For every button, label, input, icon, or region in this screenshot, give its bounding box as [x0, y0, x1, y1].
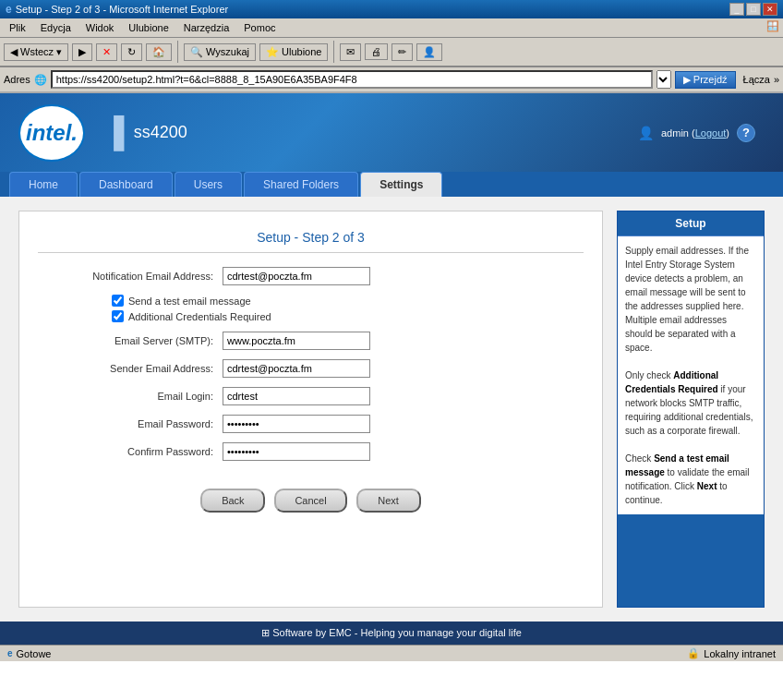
window-title-bar: e Setup - Step 2 of 3 - Microsoft Intern… — [0, 0, 783, 18]
back-arrow-icon: ◀ — [10, 46, 18, 58]
back-dropdown-icon[interactable]: ▾ — [56, 46, 62, 58]
next-button[interactable]: Next — [356, 489, 421, 513]
address-label: Adres — [4, 74, 30, 85]
additional-creds-group: Additional Credentials Required — [112, 310, 584, 322]
sender-input[interactable] — [223, 359, 370, 378]
form-area: Setup - Step 2 of 3 Notification Email A… — [18, 211, 603, 608]
refresh-button[interactable]: ↻ — [121, 43, 142, 61]
toolbar: ◀ Wstecz ▾ ▶ ✕ ↻ 🏠 🔍 Wyszukaj ⭐ Ulubione… — [0, 38, 783, 67]
address-bar: Adres 🌐 ▶ Przejdź Łącza » — [0, 67, 783, 93]
user-close-paren: ) — [726, 127, 729, 139]
footer-banner: ⊞ Software by EMC - Helping you manage y… — [0, 622, 783, 645]
print-icon: 🖨 — [371, 46, 381, 57]
links-expand-icon[interactable]: » — [774, 74, 779, 85]
tab-settings[interactable]: Settings — [360, 172, 442, 197]
refresh-icon: ↻ — [127, 46, 136, 58]
menu-plik[interactable]: Plik — [4, 20, 31, 35]
additional-creds-checkbox[interactable] — [112, 310, 124, 322]
status-text: Gotowe — [17, 648, 52, 659]
ie-flag-icon: 🪟 — [766, 20, 779, 35]
back-label: Wstecz — [20, 46, 54, 57]
window-controls[interactable]: _ □ ✕ — [729, 3, 777, 16]
back-button[interactable]: ◀ Wstecz ▾ — [4, 43, 68, 61]
additional-creds-label: Additional Credentials Required — [128, 311, 271, 322]
intel-logo-text: intel. — [26, 120, 78, 146]
maximize-button[interactable]: □ — [746, 3, 761, 16]
user-name-text: admin ( — [661, 127, 695, 139]
menu-ulubione[interactable]: Ulubione — [123, 20, 174, 35]
zone-label: Lokalny intranet — [704, 648, 776, 659]
sidebar: Setup Supply email addresses. If the Int… — [617, 211, 765, 608]
back-form-button[interactable]: Back — [200, 489, 265, 513]
login-label: Email Login: — [38, 391, 223, 402]
device-name: ss4200 — [134, 123, 187, 142]
notification-email-group: Notification Email Address: — [38, 267, 584, 285]
forward-arrow-icon: ▶ — [78, 46, 86, 58]
window-title-text: Setup - Step 2 of 3 - Microsoft Internet… — [16, 4, 229, 15]
menu-pomoc[interactable]: Pomoc — [238, 20, 281, 35]
close-button[interactable]: ✕ — [763, 3, 777, 16]
address-dropdown[interactable] — [657, 70, 671, 89]
menu-narzedzia[interactable]: Narzędzia — [178, 20, 235, 35]
intel-header: intel. ▐ ss4200 👤 admin (Logout) ? — [0, 93, 783, 172]
stop-button[interactable]: ✕ — [96, 43, 117, 61]
menu-widok[interactable]: Widok — [80, 20, 120, 35]
mail-button[interactable]: ✉ — [340, 43, 361, 61]
notification-email-input[interactable] — [223, 267, 370, 285]
logout-link[interactable]: Logout — [695, 127, 727, 139]
password-group: Email Password: — [38, 415, 584, 433]
tab-users[interactable]: Users — [175, 172, 242, 197]
password-input[interactable] — [223, 415, 370, 433]
page-title: Setup - Step 2 of 3 — [38, 230, 584, 253]
messenger-button[interactable]: 👤 — [416, 43, 442, 61]
address-icon: 🌐 — [34, 74, 47, 86]
confirm-password-group: Confirm Password: — [38, 442, 584, 461]
menu-edycja[interactable]: Edycja — [35, 20, 77, 35]
nav-tabs: Home Dashboard Users Shared Folders Sett… — [0, 172, 783, 197]
minimize-button[interactable]: _ — [729, 3, 744, 16]
confirm-password-input[interactable] — [223, 442, 370, 461]
send-test-label: Send a test email message — [128, 296, 251, 307]
intel-logo: intel. — [18, 104, 85, 162]
tab-dashboard[interactable]: Dashboard — [79, 172, 173, 197]
home-icon: 🏠 — [152, 46, 165, 58]
links-label: Łącza — [743, 74, 770, 85]
tab-shared-folders[interactable]: Shared Folders — [244, 172, 358, 197]
cancel-button[interactable]: Cancel — [274, 489, 346, 513]
footer-text: ⊞ Software by EMC - Helping you manage y… — [261, 627, 522, 638]
send-test-group: Send a test email message — [112, 295, 584, 307]
sender-group: Sender Email Address: — [38, 359, 584, 378]
search-button[interactable]: 🔍 Wyszukaj — [184, 43, 256, 61]
favorites-label: Ulubione — [282, 46, 321, 57]
password-label: Email Password: — [38, 418, 223, 429]
browser-content: intel. ▐ ss4200 👤 admin (Logout) ? Home … — [0, 93, 783, 645]
notification-email-label: Notification Email Address: — [38, 271, 223, 282]
ie-logo: e — [6, 3, 12, 16]
go-button[interactable]: ▶ Przejdź — [675, 71, 736, 89]
smtp-group: Email Server (SMTP): — [38, 332, 584, 350]
menu-bar: Plik Edycja Widok Ulubione Narzędzia Pom… — [0, 18, 783, 38]
separator-1 — [177, 41, 178, 63]
print-button[interactable]: 🖨 — [365, 43, 388, 60]
favorites-button[interactable]: ⭐ Ulubione — [259, 43, 328, 61]
form-buttons: Back Cancel Next — [38, 489, 584, 513]
tab-home[interactable]: Home — [9, 172, 78, 197]
help-button[interactable]: ? — [737, 124, 755, 142]
smtp-label: Email Server (SMTP): — [38, 335, 223, 346]
ie-status-icon: e — [7, 648, 13, 658]
send-test-checkbox[interactable] — [112, 295, 124, 307]
edit-icon: ✏ — [398, 46, 406, 58]
messenger-icon: 👤 — [423, 46, 436, 58]
smtp-input[interactable] — [223, 332, 370, 350]
home-button[interactable]: 🏠 — [146, 43, 172, 61]
edit-button[interactable]: ✏ — [392, 43, 413, 61]
user-label: admin (Logout) — [661, 127, 729, 139]
forward-button[interactable]: ▶ — [72, 43, 92, 61]
login-input[interactable] — [223, 387, 370, 405]
status-bar: e Gotowe 🔒 Lokalny intranet — [0, 645, 783, 661]
address-input[interactable] — [51, 70, 653, 89]
go-arrow-icon: ▶ — [683, 74, 691, 85]
mail-icon: ✉ — [346, 46, 355, 58]
login-group: Email Login: — [38, 387, 584, 405]
sender-label: Sender Email Address: — [38, 363, 223, 374]
